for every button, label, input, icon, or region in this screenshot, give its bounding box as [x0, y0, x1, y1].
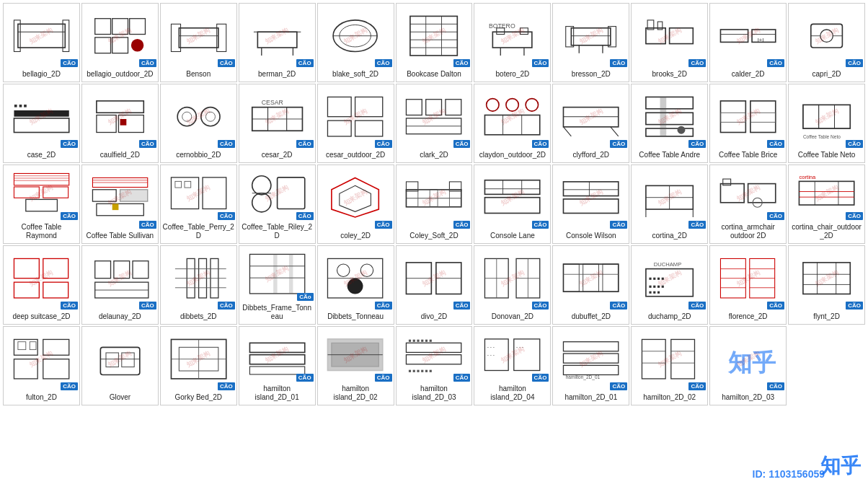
list-item[interactable]: BOTERO 知来架构 CÃO botero_2D — [474, 3, 551, 82]
svg-point-80 — [506, 99, 518, 111]
list-item[interactable]: 知来架构 CÃO hamilton_2D_02 — [631, 326, 708, 405]
svg-rect-246 — [564, 366, 619, 375]
list-item[interactable]: 知来架构 CÃO delaunay_2D — [81, 245, 159, 325]
list-item[interactable]: 知来架构 CÃO hamilton island_2D_02 — [317, 326, 394, 405]
item-label: Coffee Table Sullivan — [82, 230, 158, 243]
svg-rect-55 — [14, 110, 68, 117]
item-label: divo_2D — [397, 311, 472, 324]
list-item[interactable]: 知来架构 CÃO Dibbets_Tonneau — [317, 245, 394, 325]
item-label: coley_2D — [318, 230, 394, 243]
svg-text:■ ■ ■ ■ ■ ■: ■ ■ ■ ■ ■ ■ — [409, 338, 433, 343]
item-preview: 知来架构 CÃO — [710, 84, 786, 149]
svg-rect-138 — [564, 182, 619, 196]
list-item[interactable]: 知来架构 CÃO Bookcase Dalton — [396, 3, 473, 82]
svg-rect-100 — [819, 105, 835, 129]
badge: CÃO — [767, 382, 784, 390]
list-item[interactable]: 知来架构 CÃO bresson_2D — [552, 3, 629, 82]
list-item[interactable]: 知来架构 CÃO Console Lane — [474, 164, 551, 244]
item-label: capri_2D — [789, 69, 864, 82]
list-item[interactable]: 知来架构 CÃO Coffee Table Brice — [709, 84, 787, 163]
list-item[interactable]: 知来架构 CÃO Coffee Table Raymond — [3, 164, 80, 244]
list-item[interactable]: 知来架构 CÃO Coffee_Table_Perry_2D — [160, 164, 237, 244]
list-item[interactable]: 知来架构 CÃO deep suitcase_2D — [3, 245, 80, 325]
svg-text:cortina: cortina — [799, 174, 816, 180]
list-item[interactable]: 知来架构 CÃO Coffee Table Sullivan — [81, 164, 159, 244]
list-item[interactable]: ■ ■ ■ ■ ■ ■ ■ ■ ■ ■ ■ ■ 知来架构 CÃO hamilto… — [396, 326, 473, 405]
list-item[interactable]: 知来架构 CÃO cortina_armchair outdoor 2D — [709, 164, 787, 244]
list-item[interactable]: 知来架构 CÃO dibbets_2D — [160, 245, 237, 325]
list-item[interactable]: 知来架构 CÃO Gorky Bed_2D — [160, 326, 237, 405]
list-item[interactable]: I+I 知来架构 CÃO calder_2D — [709, 3, 787, 82]
list-item[interactable]: 知来架构 CÃO capri_2D — [788, 3, 865, 82]
item-label: Console Wilson — [553, 230, 629, 243]
item-label: Coffee_Table_Perry_2D — [161, 221, 236, 243]
badge: CÃO — [532, 221, 549, 229]
list-item[interactable]: 知来架构 CÃO fulton_2D — [3, 326, 80, 405]
list-item[interactable]: 知来架构 CÃO Donovan_2D — [474, 245, 551, 325]
list-item[interactable]: 知来架构 CÃO flynt_2D — [788, 245, 865, 325]
list-item[interactable]: 知来架构 CÃO Coley_Soft_2D — [396, 164, 473, 244]
list-item[interactable]: 知来架构 CÃO Console Wilson — [552, 164, 629, 244]
list-item[interactable]: CESAR 知来架构 CÃO cesar_2D — [239, 84, 316, 163]
badge: CÃO — [296, 140, 314, 148]
list-item[interactable]: 知来架构 CÃO Benson — [160, 3, 237, 82]
badge: CÃO — [218, 59, 235, 67]
list-item[interactable]: 知来架构 CÃO hamilton island_2D_01 — [239, 326, 316, 405]
list-item[interactable]: 知来架构 CÃO cesar_outdoor_2D — [317, 84, 394, 163]
list-item[interactable]: 知来架构 CÃO clark_2D — [396, 84, 473, 163]
item-preview: 知来架构 CÃO — [239, 165, 315, 221]
svg-point-63 — [182, 112, 191, 121]
item-preview: 知来架构 CÃO — [82, 165, 158, 230]
list-item[interactable]: 知来架构 CÃO brooks_2D — [631, 3, 708, 82]
list-item[interactable]: 知 乎 知来架构 CÃO hamilton_2D_03 — [709, 326, 787, 405]
list-item[interactable]: 知来架构 CÃO bellagio_outdoor_2D — [81, 3, 159, 82]
list-item[interactable]: - - - - - - - - - 知来架构 CÃO hamilton isla… — [474, 326, 551, 405]
item-label: hamilton island_2D_03 — [397, 383, 472, 405]
svg-rect-216 — [43, 340, 69, 356]
svg-rect-94 — [720, 101, 745, 133]
list-item[interactable]: ■ ■ ■ 知来架构 CÃO case_2D — [3, 84, 80, 163]
badge: CÃO — [846, 140, 863, 148]
list-item[interactable]: 知来架构 CÃO cernobbio_2D — [160, 84, 237, 163]
item-preview: 知来架构 CÃO — [553, 4, 629, 69]
list-item[interactable]: 知来架构 Glover — [81, 326, 159, 405]
list-item[interactable]: 知来架构 CÃO claydon_outdoor_2D — [474, 84, 551, 163]
item-preview: I+I 知来架构 CÃO — [710, 4, 786, 69]
list-item[interactable]: DUCHAMP ■ ■ ■ ■ ■ ■ ■ ■ ■ ■ ■ 知来架构 CÃO d… — [631, 245, 708, 325]
svg-rect-235 — [407, 343, 461, 353]
item-preview: 知来架构 CÃO — [318, 84, 394, 149]
badge: CÃO — [61, 382, 78, 390]
list-item[interactable]: hamilton_2D_01 知来架构 CÃO hamilton_2D_01 — [552, 326, 629, 405]
list-item[interactable]: 知来架构 CÃo Dibbets_Frame_Tonneau — [239, 245, 316, 325]
item-label: Console Lane — [474, 230, 550, 243]
list-item[interactable]: 知来架构 CÃO blake_soft_2D — [317, 3, 394, 82]
list-item[interactable]: 知来架构 CÃO caulfield_2D — [81, 84, 159, 163]
svg-rect-160 — [43, 282, 68, 298]
item-preview: 知来架构 CÃO — [632, 327, 707, 392]
svg-rect-249 — [671, 340, 695, 379]
item-preview: 知来架构 — [82, 327, 158, 392]
item-preview: 知来架构 CÃO — [4, 327, 79, 392]
svg-rect-98 — [803, 105, 850, 129]
list-item[interactable]: 知来架构 CÃO berman_2D — [239, 3, 316, 82]
list-item[interactable]: cortina 知来架构 CÃO cortina_chair_outdoor_2… — [788, 164, 865, 244]
svg-rect-148 — [748, 184, 776, 203]
svg-rect-5 — [112, 19, 128, 35]
list-item[interactable]: 知来架构 CÃO bellagio_2D — [3, 3, 80, 82]
list-item[interactable]: 知来架构 CÃO Coffee_Table_Riley_2D — [239, 164, 316, 244]
list-item[interactable]: 知来架构 CÃO florence_2D — [709, 245, 787, 325]
svg-point-178 — [337, 264, 350, 276]
list-item[interactable]: 知来架构 CÃO divo_2D — [396, 245, 473, 325]
item-preview: 知来架构 CÃO — [632, 4, 707, 69]
list-item[interactable]: 知来架构 CÃO clyfford_2D — [552, 84, 629, 163]
list-item[interactable]: 知来架构 CÃO cortina_2D — [631, 164, 708, 244]
item-preview: 知来架构 CÃO — [4, 246, 79, 311]
svg-rect-76 — [446, 100, 461, 115]
list-item[interactable]: 知来架构 CÃO dubuffet_2D — [552, 245, 629, 325]
item-preview: 知来架构 CÃO — [161, 4, 236, 69]
svg-text:CESAR: CESAR — [261, 100, 283, 107]
list-item[interactable]: Coffee Table Neto 知来架构 CÃO Coffee Table … — [788, 84, 865, 163]
list-item[interactable]: 知来架构 CÃO Coffee Table Andre — [631, 84, 708, 163]
list-item[interactable]: 知来架构 CÃO coley_2D — [317, 164, 394, 244]
svg-rect-217 — [14, 359, 37, 379]
